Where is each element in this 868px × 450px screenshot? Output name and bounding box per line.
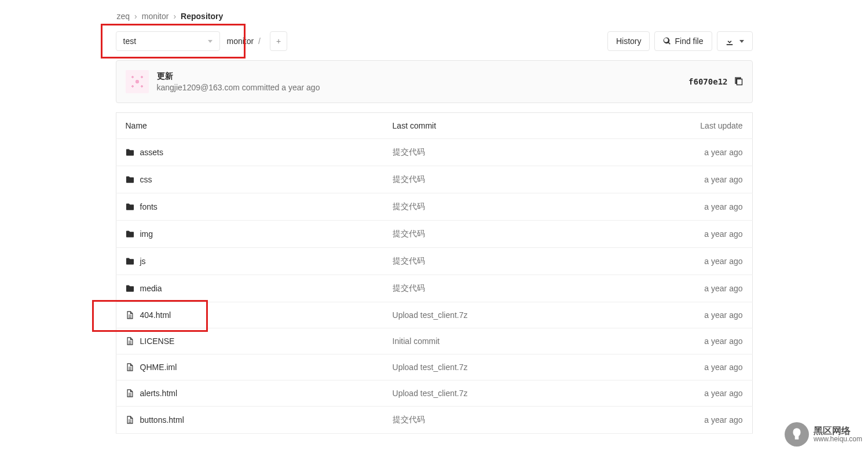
table-row[interactable]: fonts提交代码a year ago	[116, 193, 752, 221]
commit-sha[interactable]: f6070e12	[688, 77, 727, 86]
last-update-cell: a year ago	[638, 221, 752, 248]
file-name-label: fonts	[140, 202, 158, 211]
folder-icon	[126, 175, 134, 184]
file-name-cell[interactable]: 404.html	[116, 302, 383, 328]
file-name-label: LICENSE	[140, 336, 175, 346]
breadcrumb-current: Repository	[181, 12, 223, 21]
file-table: Name Last commit Last update assets提交代码a…	[116, 112, 753, 434]
chevron-down-icon	[208, 40, 213, 43]
watermark: 黑区网络 www.heiqu.com	[785, 422, 862, 445]
file-name-label: buttons.html	[140, 415, 184, 425]
table-row[interactable]: css提交代码a year ago	[116, 166, 752, 193]
file-name-label: css	[140, 175, 152, 184]
file-name-cell[interactable]: LICENSE	[116, 328, 383, 354]
folder-icon	[126, 257, 134, 265]
table-row[interactable]: LICENSEInitial commita year ago	[116, 328, 752, 354]
download-button[interactable]	[717, 31, 753, 51]
last-commit-cell[interactable]: 提交代码	[383, 139, 638, 166]
table-row[interactable]: js提交代码a year ago	[116, 248, 752, 275]
history-button[interactable]: History	[607, 31, 650, 51]
last-update-cell: a year ago	[638, 275, 752, 302]
file-name-label: alerts.html	[140, 389, 178, 398]
table-row[interactable]: alerts.htmlUpload test_client.7za year a…	[116, 381, 752, 407]
last-commit-cell[interactable]: 提交代码	[383, 275, 638, 302]
chevron-right-icon: ›	[134, 12, 137, 21]
last-commit-cell[interactable]: Upload test_client.7z	[383, 302, 638, 328]
table-row[interactable]: QHME.imlUpload test_client.7za year ago	[116, 354, 752, 381]
breadcrumb-seg-1[interactable]: zeq	[117, 12, 130, 21]
path-separator: /	[258, 36, 261, 46]
commit-title[interactable]: 更新	[157, 71, 320, 82]
last-update-cell: a year ago	[638, 166, 752, 193]
file-icon	[126, 311, 134, 319]
table-row[interactable]: assets提交代码a year ago	[116, 139, 752, 166]
th-last-update: Last update	[638, 113, 752, 139]
watermark-logo-icon	[785, 422, 809, 445]
th-name: Name	[116, 113, 383, 139]
file-name-label: img	[140, 229, 153, 239]
search-icon	[663, 37, 671, 45]
file-name-cell[interactable]: js	[116, 248, 383, 275]
last-update-cell: a year ago	[638, 193, 752, 221]
watermark-title: 黑区网络	[814, 426, 862, 436]
branch-selected-label: test	[123, 36, 137, 46]
file-name-cell[interactable]: QHME.iml	[116, 354, 383, 381]
find-file-button[interactable]: Find file	[654, 31, 712, 51]
svg-rect-1	[737, 79, 742, 85]
watermark-url: www.heiqu.com	[814, 436, 862, 443]
last-update-cell: a year ago	[638, 248, 752, 275]
last-commit-cell[interactable]: Upload test_client.7z	[383, 354, 638, 381]
last-update-cell: a year ago	[638, 139, 752, 166]
file-name-cell[interactable]: alerts.html	[116, 381, 383, 407]
avatar	[126, 70, 149, 93]
table-row[interactable]: img提交代码a year ago	[116, 221, 752, 248]
file-name-cell[interactable]: fonts	[116, 193, 383, 221]
copy-icon[interactable]	[734, 77, 743, 86]
breadcrumb: zeq › monitor › Repository	[116, 12, 753, 21]
file-name-cell[interactable]: assets	[116, 139, 383, 166]
file-name-cell[interactable]: css	[116, 166, 383, 193]
folder-icon	[126, 284, 134, 292]
last-commit-cell[interactable]: 提交代码	[383, 166, 638, 193]
file-name-label: media	[140, 284, 162, 293]
last-commit-cell[interactable]: 提交代码	[383, 248, 638, 275]
folder-icon	[126, 203, 134, 211]
file-icon	[126, 363, 134, 371]
file-name-label: js	[140, 257, 146, 266]
file-name-cell[interactable]: media	[116, 275, 383, 302]
table-row[interactable]: buttons.html提交代码a year ago	[116, 407, 752, 434]
th-last-commit: Last commit	[383, 113, 638, 139]
last-commit-cell[interactable]: Initial commit	[383, 328, 638, 354]
file-name-cell[interactable]: img	[116, 221, 383, 248]
folder-icon	[126, 148, 134, 156]
last-commit-cell[interactable]: 提交代码	[383, 193, 638, 221]
chevron-right-icon: ›	[173, 12, 176, 21]
last-update-cell: a year ago	[638, 354, 752, 381]
download-icon	[726, 37, 734, 45]
last-commit-card: 更新 kangjie1209@163.com committed a year …	[116, 60, 753, 103]
commit-meta: kangjie1209@163.com committed a year ago	[157, 83, 320, 92]
file-name-cell[interactable]: buttons.html	[116, 407, 383, 434]
file-icon	[126, 389, 134, 397]
last-update-cell: a year ago	[638, 381, 752, 407]
last-update-cell: a year ago	[638, 407, 752, 434]
table-row[interactable]: media提交代码a year ago	[116, 275, 752, 302]
last-commit-cell[interactable]: 提交代码	[383, 407, 638, 434]
add-button[interactable]: +	[270, 31, 287, 51]
last-commit-cell[interactable]: 提交代码	[383, 221, 638, 248]
folder-icon	[126, 230, 134, 238]
plus-icon: +	[276, 36, 281, 46]
breadcrumb-seg-2[interactable]: monitor	[142, 12, 169, 21]
caret-down-icon	[739, 40, 744, 43]
table-row[interactable]: 404.htmlUpload test_client.7za year ago	[116, 302, 752, 328]
file-name-label: QHME.iml	[140, 363, 177, 372]
file-icon	[126, 337, 134, 345]
branch-select[interactable]: test	[116, 31, 220, 51]
file-icon	[126, 416, 134, 424]
last-commit-cell[interactable]: Upload test_client.7z	[383, 381, 638, 407]
path-segment[interactable]: monitor /	[227, 36, 263, 46]
last-update-cell: a year ago	[638, 302, 752, 328]
file-name-label: 404.html	[140, 310, 171, 320]
last-update-cell: a year ago	[638, 328, 752, 354]
file-name-label: assets	[140, 148, 163, 157]
